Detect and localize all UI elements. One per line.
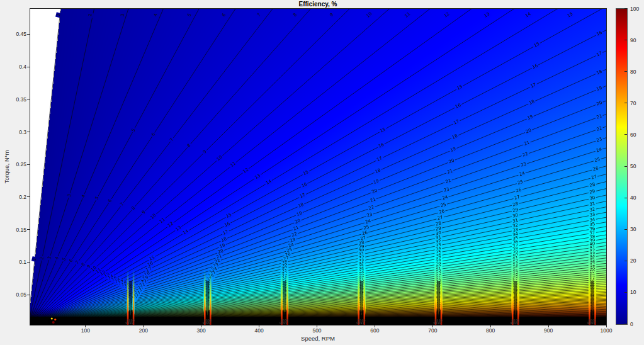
x-tick-label: 200 — [131, 327, 156, 334]
x-tick-label: 700 — [420, 327, 445, 334]
y-tick-mark — [27, 164, 30, 165]
colorbar-tick-mark — [624, 261, 627, 261]
colorbar-tick-label: 60 — [630, 132, 644, 138]
colorbar-tick-label: 80 — [630, 69, 644, 75]
y-tick-mark — [27, 34, 30, 35]
colorbar-tick-label: 50 — [630, 163, 644, 169]
y-tick-label: 0.35 — [1, 96, 26, 103]
y-tick-label: 0.45 — [1, 31, 26, 37]
matlab-figure: Efficiency, % Torque, N*m Speed, RPM 100… — [0, 0, 644, 345]
efficiency-contour-canvas — [30, 9, 606, 325]
colorbar-tick-label: 90 — [630, 37, 644, 43]
y-tick-mark — [27, 196, 30, 197]
colorbar-tick-mark — [624, 166, 627, 167]
y-tick-mark — [27, 132, 30, 132]
colorbar-tick-label: 30 — [630, 226, 644, 232]
x-tick-label: 100 — [73, 327, 98, 334]
y-tick-label: 0.1 — [1, 259, 26, 265]
plot-area — [30, 8, 607, 325]
y-tick-mark — [27, 67, 30, 67]
x-tick-label: 500 — [305, 327, 330, 334]
x-tick-label: 600 — [362, 327, 387, 334]
colorbar-tick-label: 100 — [630, 6, 644, 12]
colorbar-tick-mark — [624, 8, 627, 9]
x-tick-label: 300 — [189, 327, 214, 334]
plot-title: Efficiency, % — [299, 1, 337, 8]
colorbar-tick-mark — [624, 292, 627, 293]
x-tick-label: 400 — [247, 327, 272, 334]
x-axis-label: Speed, RPM — [301, 335, 335, 342]
y-tick-label: 0.3 — [1, 129, 26, 135]
y-tick-label: 0.05 — [1, 291, 26, 298]
colorbar-tick-label: 40 — [630, 195, 644, 201]
y-tick-label: 0.25 — [1, 161, 26, 167]
y-tick-label: 0.4 — [1, 64, 26, 70]
colorbar-tick-label: 70 — [630, 100, 644, 106]
colorbar-tick-label: 20 — [630, 257, 644, 264]
colorbar — [616, 8, 628, 325]
colorbar-tick-label: 0 — [630, 321, 644, 327]
y-tick-mark — [27, 295, 30, 295]
y-tick-label: 0.15 — [1, 227, 26, 233]
y-tick-mark — [27, 99, 30, 99]
x-tick-label: 1000 — [594, 327, 619, 334]
y-tick-mark — [27, 229, 30, 230]
colorbar-tick-mark — [624, 103, 627, 103]
x-tick-label: 900 — [536, 327, 561, 334]
colorbar-tick-mark — [624, 229, 627, 230]
y-tick-label: 0.2 — [1, 194, 26, 200]
colorbar-tick-mark — [624, 134, 627, 135]
colorbar-tick-mark — [624, 71, 627, 72]
colorbar-gradient — [616, 9, 627, 324]
x-tick-label: 800 — [478, 327, 503, 334]
colorbar-tick-mark — [624, 40, 627, 40]
colorbar-tick-mark — [624, 198, 627, 198]
colorbar-tick-label: 10 — [630, 289, 644, 295]
colorbar-tick-mark — [624, 324, 627, 324]
y-tick-mark — [27, 262, 30, 263]
